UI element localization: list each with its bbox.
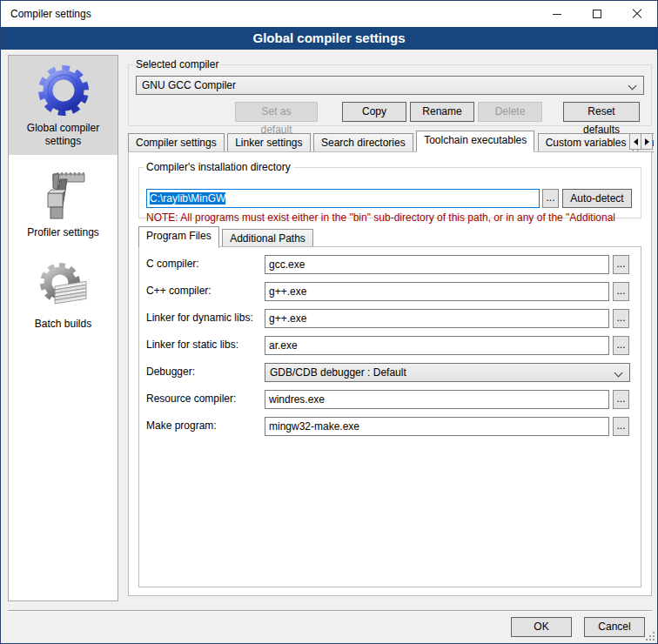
sidebar-item-label: Profiler settings (9, 226, 118, 239)
selected-compiler-label: Selected compiler (133, 58, 221, 70)
sidebar-item-global-compiler-settings[interactable]: Global compiler settings (9, 56, 118, 155)
debugger-row: Debugger: GDB/CDB debugger : Default (139, 363, 641, 382)
scroll-left-icon (634, 138, 638, 145)
tab-custom-variables[interactable]: Custom variables (538, 133, 634, 152)
ok-button[interactable]: OK (511, 617, 572, 637)
static-linker-input[interactable] (265, 336, 609, 355)
tab-additional-paths[interactable]: Additional Paths (222, 229, 313, 248)
static-linker-row: Linker for static libs: ... (139, 336, 641, 355)
dynamic-linker-label: Linker for dynamic libs: (146, 312, 253, 324)
resource-compiler-label: Resource compiler: (146, 392, 236, 405)
sidebar-item-label: Batch builds (9, 318, 118, 331)
compiler-settings-dialog: Compiler settings Global compiler settin… (0, 0, 658, 644)
set-as-default-button[interactable]: Set as default (235, 102, 318, 122)
installation-directory-group: Compiler's installation directory C:\ray… (138, 161, 641, 218)
resource-compiler-input[interactable] (265, 390, 609, 409)
installation-directory-input[interactable]: C:\raylib\MinGW (146, 189, 540, 208)
maximize-button[interactable] (577, 1, 617, 27)
caliper-icon (36, 167, 91, 223)
close-icon (632, 9, 642, 19)
tab-program-files[interactable]: Program Files (138, 226, 219, 248)
rename-button[interactable]: Rename (410, 102, 474, 122)
cpp-compiler-row: C++ compiler: ... (139, 282, 641, 301)
blue-gear-icon (36, 63, 91, 118)
installation-directory-label: Compiler's installation directory (144, 161, 293, 173)
program-files-page: C compiler: ... C++ compiler: ... Linker… (138, 246, 641, 587)
main-content: Selected compiler GNU GCC Compiler Set a… (128, 55, 654, 596)
selected-compiler-group: Selected compiler GNU GCC Compiler Set a… (128, 58, 652, 126)
make-program-row: Make program: ... (139, 417, 641, 436)
titlebar[interactable]: Compiler settings (1, 1, 657, 27)
c-compiler-row: C compiler: ... (139, 255, 641, 274)
resource-compiler-browse-button[interactable]: ... (613, 390, 629, 409)
page-title: Global compiler settings (1, 27, 657, 50)
debugger-select-value: GDB/CDB debugger : Default (270, 366, 406, 379)
sidebar-item-profiler-settings[interactable]: Profiler settings (9, 160, 118, 246)
close-button[interactable] (617, 1, 657, 27)
tab-linker-settings[interactable]: Linker settings (227, 133, 310, 152)
settings-category-list: Global compiler settings Profiler settin… (8, 55, 118, 601)
dialog-buttons: OK Cancel (511, 617, 645, 637)
reset-defaults-button[interactable]: Reset defaults (563, 102, 640, 122)
minimize-icon (553, 14, 561, 15)
cpp-compiler-browse-button[interactable]: ... (613, 282, 629, 301)
settings-tabs: Compiler settings Linker settings Search… (128, 131, 654, 152)
dynamic-linker-input[interactable] (265, 309, 609, 328)
tab-toolchain-executables[interactable]: Toolchain executables (416, 131, 534, 152)
copy-button[interactable]: Copy (342, 102, 406, 122)
c-compiler-input[interactable] (265, 255, 609, 274)
compiler-select-value: GNU GCC Compiler (142, 79, 236, 91)
cancel-button[interactable]: Cancel (584, 617, 645, 637)
debugger-select[interactable]: GDB/CDB debugger : Default (265, 363, 630, 382)
cpp-compiler-label: C++ compiler: (146, 285, 212, 297)
make-program-input[interactable] (265, 417, 609, 436)
dynamic-linker-row: Linker for dynamic libs: ... (139, 309, 641, 328)
compiler-select[interactable]: GNU GCC Compiler (136, 76, 644, 95)
window-controls (537, 1, 657, 27)
debugger-label: Debugger: (146, 366, 195, 378)
window-title: Compiler settings (10, 1, 91, 27)
maximize-icon (593, 10, 601, 18)
tab-search-directories[interactable]: Search directories (313, 133, 413, 152)
footer-separator (8, 610, 652, 612)
tab-scroll-controls (630, 133, 653, 150)
chevron-down-icon (628, 82, 637, 91)
bin-subdirectory-note: NOTE: All programs must exist either in … (146, 211, 634, 224)
scroll-tabs-left-button[interactable] (629, 133, 641, 150)
make-program-browse-button[interactable]: ... (613, 417, 629, 436)
toolchain-executables-page: Compiler's installation directory C:\ray… (128, 151, 652, 596)
make-program-label: Make program: (146, 419, 217, 432)
program-tabs: Program Files Additional Paths (138, 226, 313, 247)
minimize-button[interactable] (537, 1, 577, 27)
c-compiler-label: C compiler: (146, 258, 199, 270)
auto-detect-button[interactable]: Auto-detect (562, 189, 632, 208)
sidebar-item-batch-builds[interactable]: Batch builds (9, 252, 118, 338)
tab-compiler-settings[interactable]: Compiler settings (128, 133, 225, 152)
cpp-compiler-input[interactable] (265, 282, 609, 301)
c-compiler-browse-button[interactable]: ... (613, 255, 629, 274)
compiler-actions: Set as default Copy Rename Delete Reset … (129, 102, 640, 122)
sidebar-item-label: Global compiler settings (9, 122, 118, 148)
static-linker-label: Linker for static libs: (146, 339, 238, 351)
scroll-tabs-right-button[interactable] (641, 133, 653, 150)
resize-grip-icon[interactable] (646, 632, 655, 641)
scroll-right-icon (645, 138, 649, 145)
static-linker-browse-button[interactable]: ... (613, 336, 629, 355)
gray-gear-stack-icon (36, 258, 91, 314)
browse-directory-button[interactable]: ... (542, 189, 559, 208)
installation-directory-selected-text: C:\raylib\MinGW (150, 192, 225, 205)
chevron-down-icon (614, 369, 623, 378)
resource-compiler-row: Resource compiler: ... (139, 390, 641, 409)
dynamic-linker-browse-button[interactable]: ... (613, 309, 629, 328)
delete-button[interactable]: Delete (478, 102, 542, 122)
